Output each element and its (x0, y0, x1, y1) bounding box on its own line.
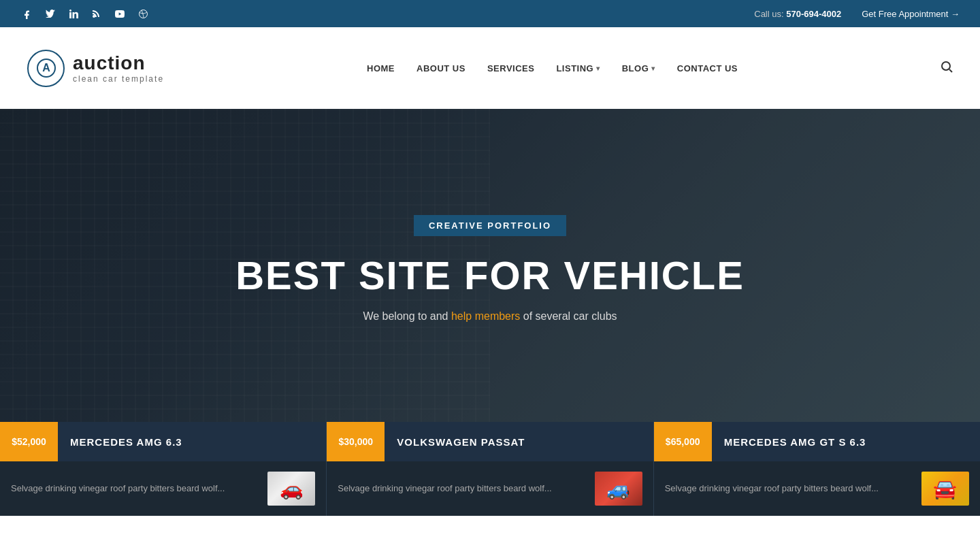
logo-title: auction (73, 52, 164, 74)
svg-text:A: A (42, 62, 50, 73)
price-badge-2: $65,000 (654, 422, 712, 461)
logo-subtitle: clean car template (73, 74, 164, 84)
car-image-0 (267, 472, 315, 506)
facebook-icon[interactable] (20, 7, 34, 20)
card-thumbnail-0 (267, 472, 315, 506)
twitter-icon[interactable] (44, 7, 57, 20)
linkedin-icon[interactable] (67, 7, 80, 20)
logo-icon: A (27, 50, 65, 87)
car-name-0: MERCEDES AMG 6.3 (58, 436, 182, 448)
svg-point-4 (942, 62, 950, 70)
nav-blog[interactable]: BLOG ▾ (622, 60, 655, 77)
car-card-1[interactable]: $30,000 VOLKSWAGEN PASSAT Selvage drinki… (327, 422, 653, 516)
svg-line-5 (949, 69, 952, 72)
blog-dropdown-arrow: ▾ (651, 65, 655, 72)
card-thumbnail-2 (921, 472, 969, 506)
hero-section: CREATIVE PORTFOLIO BEST SITE FOR VEHICLE… (0, 109, 980, 422)
rss-icon[interactable] (90, 7, 103, 20)
card-body-0: Selvage drinking vinegar roof party bitt… (0, 461, 326, 516)
card-header-1: $30,000 VOLKSWAGEN PASSAT (327, 422, 653, 461)
hero-subtitle: We belong to and help members of several… (363, 310, 617, 323)
dribbble-icon[interactable] (136, 7, 150, 20)
hero-badge: CREATIVE PORTFOLIO (414, 215, 566, 236)
car-card-2[interactable]: $65,000 MERCEDES AMG GT S 6.3 Selvage dr… (654, 422, 980, 516)
card-header-0: $52,000 MERCEDES AMG 6.3 (0, 422, 326, 461)
phone-number: 570-694-4002 (786, 9, 841, 19)
top-bar-right: Call us: 570-694-4002 Get Free Appointme… (754, 9, 960, 19)
header: A auction clean car template HOME ABOUT … (0, 27, 980, 109)
car-image-2 (921, 472, 969, 506)
car-name-2: MERCEDES AMG GT S 6.3 (712, 436, 866, 448)
price-badge-1: $30,000 (327, 422, 385, 461)
card-description-0: Selvage drinking vinegar roof party bitt… (11, 482, 267, 495)
youtube-icon[interactable] (113, 7, 127, 20)
hero-title: BEST SITE FOR VEHICLE (235, 252, 745, 298)
card-thumbnail-1 (595, 472, 642, 506)
hero-subtitle-highlight: help members (451, 310, 520, 322)
social-icons (20, 7, 150, 20)
car-image-1 (595, 472, 642, 506)
card-body-2: Selvage drinking vinegar roof party bitt… (654, 461, 980, 516)
card-description-1: Selvage drinking vinegar roof party bitt… (338, 482, 594, 495)
nav-services[interactable]: SERVICES (487, 60, 535, 77)
top-bar: Call us: 570-694-4002 Get Free Appointme… (0, 0, 980, 27)
card-header-2: $65,000 MERCEDES AMG GT S 6.3 (654, 422, 980, 461)
car-cards-section: $52,000 MERCEDES AMG 6.3 Selvage drinkin… (0, 422, 980, 516)
car-name-1: VOLKSWAGEN PASSAT (385, 436, 525, 448)
price-badge-0: $52,000 (0, 422, 58, 461)
nav-about[interactable]: ABOUT US (416, 60, 466, 77)
nav-contact[interactable]: CONTACT US (677, 60, 738, 77)
hero-subtitle-before: We belong to and (363, 310, 451, 322)
listing-dropdown-arrow: ▾ (596, 65, 600, 72)
card-description-2: Selvage drinking vinegar roof party bitt… (665, 482, 921, 495)
call-label: Call us: 570-694-4002 (754, 9, 841, 19)
hero-content: CREATIVE PORTFOLIO BEST SITE FOR VEHICLE… (0, 109, 980, 422)
appointment-link[interactable]: Get Free Appointment → (862, 9, 960, 19)
logo[interactable]: A auction clean car template (27, 50, 164, 87)
search-button[interactable] (941, 61, 953, 76)
card-body-1: Selvage drinking vinegar roof party bitt… (327, 461, 653, 516)
hero-subtitle-after: of several car clubs (520, 310, 617, 322)
car-card-0[interactable]: $52,000 MERCEDES AMG 6.3 Selvage drinkin… (0, 422, 327, 516)
nav-home[interactable]: HOME (367, 60, 395, 77)
logo-text: auction clean car template (73, 52, 164, 84)
main-nav: HOME ABOUT US SERVICES LISTING ▾ BLOG ▾ … (367, 60, 738, 77)
nav-listing[interactable]: LISTING ▾ (556, 60, 600, 77)
